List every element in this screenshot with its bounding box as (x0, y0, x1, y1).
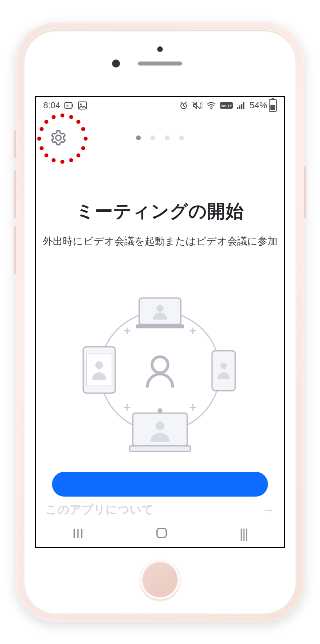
laptop-icon (136, 298, 184, 328)
wifi-icon (206, 101, 216, 109)
page-indicator (136, 135, 184, 140)
svg-rect-11 (243, 102, 244, 109)
about-app-label: このアプリについて (46, 502, 154, 518)
svg-rect-41 (130, 446, 190, 451)
svg-rect-9 (239, 105, 240, 109)
svg-point-33 (156, 305, 164, 312)
mute-vibrate-icon (192, 101, 202, 110)
svg-point-36 (95, 361, 103, 369)
nav-home-button[interactable] (156, 526, 167, 541)
app-header (36, 114, 284, 162)
slide-subtitle: 外出時にビデオ会議を起動またはビデオ会議に参加 (39, 235, 282, 248)
volte-icon: VoLTE (220, 102, 233, 109)
about-app-link[interactable]: このアプリについて → (36, 500, 284, 520)
svg-point-30 (152, 357, 168, 373)
meeting-devices-illustration (76, 288, 244, 455)
svg-text:VoLTE: VoLTE (221, 104, 232, 108)
status-time: 8:04 (43, 100, 60, 111)
svg-rect-35 (86, 354, 112, 386)
nav-back-button[interactable]: ||| (240, 526, 248, 541)
page-dot (150, 135, 155, 140)
front-camera (112, 60, 120, 68)
physical-home-button (140, 560, 180, 600)
onboarding-slide[interactable]: ミーティングの開始 外出時にビデオ会議を起動またはビデオ会議に参加 (36, 162, 284, 472)
svg-point-5 (210, 108, 212, 109)
gear-icon (50, 129, 67, 146)
device-screen: 8:04 IP (35, 96, 285, 548)
page-dot (179, 135, 184, 140)
svg-point-39 (158, 408, 162, 413)
signal-icon (237, 101, 246, 109)
ear-speaker (138, 62, 182, 66)
svg-rect-37 (212, 351, 235, 391)
svg-text:IP: IP (66, 104, 69, 108)
phone-mockup-frame: 8:04 IP (16, 22, 304, 622)
slide-title: ミーティングの開始 (76, 199, 244, 223)
battery-indicator: 54% (250, 99, 277, 112)
ip-call-icon: IP (64, 101, 74, 109)
battery-icon (269, 99, 277, 112)
conference-device-icon (130, 408, 190, 451)
page-dot (165, 135, 170, 140)
svg-rect-8 (237, 107, 238, 109)
side-button (14, 130, 16, 158)
android-nav-bar: III ||| (36, 520, 284, 547)
svg-rect-32 (136, 324, 184, 328)
power-button (304, 166, 306, 218)
svg-rect-10 (241, 104, 242, 109)
page-dot (136, 135, 141, 140)
phone-bezel: 8:04 IP (24, 30, 296, 614)
battery-percent: 54% (250, 100, 267, 111)
volume-up-button (14, 170, 16, 218)
status-bar: 8:04 IP (36, 97, 284, 114)
settings-button[interactable] (47, 127, 70, 149)
smartphone-icon (212, 351, 235, 391)
tablet-icon (83, 347, 115, 393)
primary-cta-button[interactable] (52, 472, 268, 497)
proximity-sensor (157, 46, 163, 52)
nav-recent-button[interactable]: III (72, 526, 84, 541)
image-icon (78, 101, 87, 109)
svg-point-42 (156, 421, 164, 430)
volume-down-button (14, 226, 16, 274)
svg-point-3 (80, 103, 82, 105)
svg-point-38 (220, 363, 227, 369)
arrow-right-icon: → (261, 502, 274, 518)
alarm-icon (179, 101, 188, 110)
